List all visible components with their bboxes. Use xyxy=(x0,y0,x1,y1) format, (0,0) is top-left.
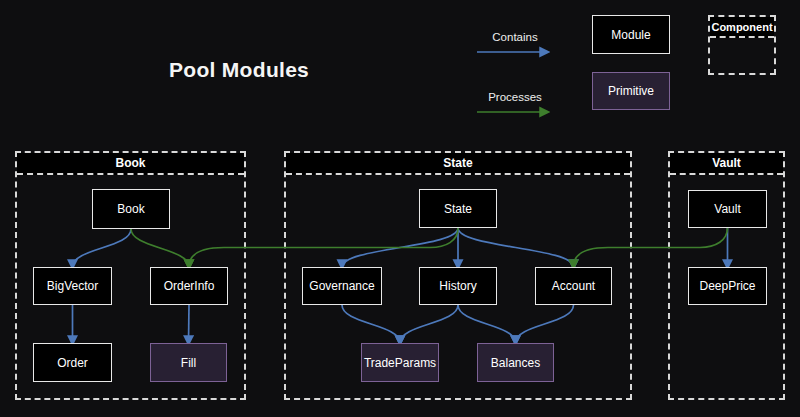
node-fill: Fill xyxy=(150,343,227,382)
node-history: History xyxy=(419,267,497,305)
legend-contains-label: Contains xyxy=(476,31,554,43)
node-order: Order xyxy=(33,343,112,382)
component-title-bar: Component xyxy=(710,17,774,38)
component-body xyxy=(710,38,774,75)
page-title: Pool Modules xyxy=(169,58,309,82)
node-orderinfo: OrderInfo xyxy=(150,267,228,305)
node-state: State xyxy=(419,189,497,228)
node-vault: Vault xyxy=(688,190,767,228)
node-governance: Governance xyxy=(302,267,382,305)
node-balances: Balances xyxy=(477,343,554,382)
node-deepprice: DeepPrice xyxy=(688,267,767,305)
container-book-header: Book xyxy=(17,153,244,175)
container-vault-header: Vault xyxy=(670,153,783,175)
legend-component-sample: Component xyxy=(708,15,776,75)
legend-primitive-sample: Primitive xyxy=(592,72,670,110)
node-account: Account xyxy=(535,267,612,305)
node-bigvector: BigVector xyxy=(33,267,112,305)
node-book: Book xyxy=(92,189,170,229)
diagram-canvas: Pool Modules Contains Processes Module P… xyxy=(0,0,800,417)
container-state-header: State xyxy=(286,153,630,175)
node-tradeparams: TradeParams xyxy=(361,343,439,382)
legend-module-sample: Module xyxy=(592,15,670,54)
legend-processes-label: Processes xyxy=(476,91,554,103)
